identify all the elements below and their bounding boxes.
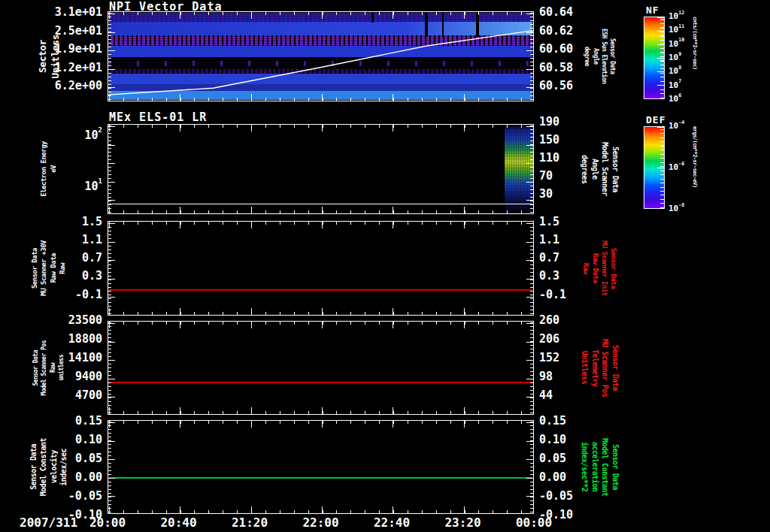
axis-title-line: Sensor Data — [611, 444, 619, 490]
axis-tick-label: 150 — [539, 135, 559, 146]
axis-tick-label: 190 — [539, 116, 559, 128]
colorbar-tick-label: 109 — [668, 53, 681, 62]
axis-ticks — [109, 308, 532, 315]
y-axis-left-title: Sensor DataModel Scanner PosRawunitless — [9, 321, 89, 415]
colorbar-major-tick — [657, 98, 664, 99]
axis-ticks — [109, 210, 532, 213]
axis-ticks — [108, 322, 111, 413]
axis-ticks — [526, 223, 533, 314]
axis-tick-label: 98 — [539, 371, 553, 382]
x-axis-time-label: 00:00 — [516, 515, 552, 530]
axis-ticks — [109, 322, 532, 328]
axis-title-line: Angle — [592, 48, 598, 65]
y-axis-right-title: Sensor DataModel Constantaccelerationind… — [561, 420, 638, 514]
axis-title-line: Raw — [582, 263, 589, 274]
x-axis-time-label: 21:20 — [232, 515, 268, 530]
x-axis-date-label: 2007/311 — [20, 515, 77, 530]
y-axis-left-title: SectorUnitless — [9, 11, 89, 101]
colorbar-tick-label: 1012 — [668, 12, 684, 21]
colorbar-tick-label: 10-8 — [668, 204, 684, 213]
axis-title-line: Model Constant — [601, 438, 609, 496]
colorbar-major-tick — [657, 208, 664, 209]
axis-ticks — [109, 421, 532, 424]
axis-ticks — [109, 411, 532, 414]
axis-title-line: Sensor Data — [33, 350, 39, 385]
axis-tick-label: 1.1 — [539, 234, 559, 246]
axis-title-line: Electron Energy — [41, 141, 47, 197]
plot-canvas: NPI Vector Data MEx ELS-01 LR 3.1e+012.5… — [0, 0, 770, 532]
axis-tick-label: 0.7 — [539, 252, 559, 264]
axis-ticks — [530, 422, 533, 512]
data-line — [109, 477, 532, 479]
axis-ticks — [109, 222, 532, 225]
axis-title-line: Sensor Data — [32, 248, 38, 289]
colorbar-major-tick — [657, 127, 664, 128]
axis-ticks — [530, 222, 533, 314]
sun-elevation-overlay-line — [108, 12, 533, 101]
x-axis-time-label: 22:40 — [374, 515, 410, 530]
colorbar-def: DEF 10-410-610-8 ergs/(cm**2-sr-sec-eV) — [644, 114, 770, 227]
axis-title-line: Unitless — [50, 35, 61, 79]
inner-axis-line — [109, 204, 532, 204]
colorbar-tick-label: 106 — [668, 95, 681, 104]
colorbar-def-tick-labels: 10-410-610-8 — [668, 126, 711, 209]
axis-title-line: Raw Data — [591, 253, 598, 283]
axis-ticks — [108, 126, 115, 213]
axis-ticks — [109, 207, 532, 213]
panel-model-constant-velocity: 0.150.100.050.00-0.05-0.100.150.100.050.… — [0, 420, 770, 514]
panel-model-scanner-pos: 235001880014100940047002602061529844Sens… — [0, 321, 770, 415]
colorbar-def-gradient — [644, 126, 665, 209]
axis-title-line: Raw — [59, 263, 66, 274]
els-electron-burst — [505, 125, 533, 213]
axis-title-line: Raw — [50, 363, 56, 373]
axis-ticks — [108, 222, 111, 314]
axis-tick-label: 152 — [539, 352, 559, 364]
colorbar-major-tick — [657, 44, 664, 45]
plot-frame — [108, 221, 534, 316]
axis-ticks — [109, 125, 532, 128]
colorbar-tick-label: 107 — [668, 80, 681, 89]
axis-ticks — [108, 323, 115, 413]
plot-frame — [108, 124, 534, 214]
y-axis-right-title: Sensor DataESH Sun ElevationAngledegree — [561, 11, 638, 101]
x-axis-time-label: 22:00 — [302, 515, 338, 530]
axis-title-line: Telemetry — [590, 349, 599, 387]
axis-tick-label: 0.3 — [539, 271, 559, 283]
axis-tick-label: 260 — [539, 315, 559, 326]
axis-title-line: ESH Sun Elevation — [601, 29, 607, 83]
axis-ticks — [108, 422, 115, 512]
colorbar-def-unit-label: ergs/(cm**2-sr-sec-eV) — [692, 126, 697, 188]
colorbar-tick-label: 108 — [668, 67, 681, 76]
panel-title-els: MEx ELS-01 LR — [109, 110, 207, 124]
axis-title-line: velocity — [50, 450, 59, 483]
axis-title-line: Angle — [590, 159, 599, 180]
colorbar-nf-gradient — [644, 17, 665, 99]
axis-tick-label: 70 — [539, 171, 553, 182]
colorbar-nf-title: NF — [646, 5, 659, 16]
y-axis-right-title: Sensor DataMU Scanner PosTelemetryUnitle… — [561, 321, 638, 415]
colorbar-tick-label: 10-4 — [668, 122, 684, 131]
axis-title-line: index/sec**2 — [581, 442, 589, 491]
colorbar-major-tick — [657, 17, 664, 18]
axis-title-line: Sensor Data — [609, 38, 615, 74]
axis-tick-label: 30 — [539, 189, 553, 200]
colorbar-tick-label: 1011 — [668, 26, 684, 35]
axis-title-line: unitless — [59, 355, 65, 381]
axis-ticks — [108, 422, 111, 512]
colorbar-major-tick — [657, 58, 664, 59]
data-line — [109, 289, 532, 291]
colorbar-major-tick — [657, 85, 664, 86]
axis-ticks — [526, 323, 533, 413]
axis-ticks — [526, 422, 533, 512]
plot-frame — [108, 11, 534, 101]
axis-title-line: Unitless — [581, 351, 589, 384]
axis-tick-label: 1.5 — [539, 216, 559, 228]
x-axis-time-label: 20:40 — [160, 515, 196, 530]
axis-ticks — [108, 223, 115, 314]
x-axis: 2007/311 20:0020:4021:2022:0022:4023:200… — [0, 515, 770, 530]
axis-tick-label: 110 — [539, 153, 559, 164]
y-axis-left-title: Sensor DataMU Scanner +30VRaw DataRaw — [9, 221, 89, 316]
axis-ticks — [109, 407, 532, 414]
colorbar-major-tick — [657, 168, 664, 168]
colorbar-nf-tick-labels: 101210111010109108107106 — [668, 17, 711, 99]
